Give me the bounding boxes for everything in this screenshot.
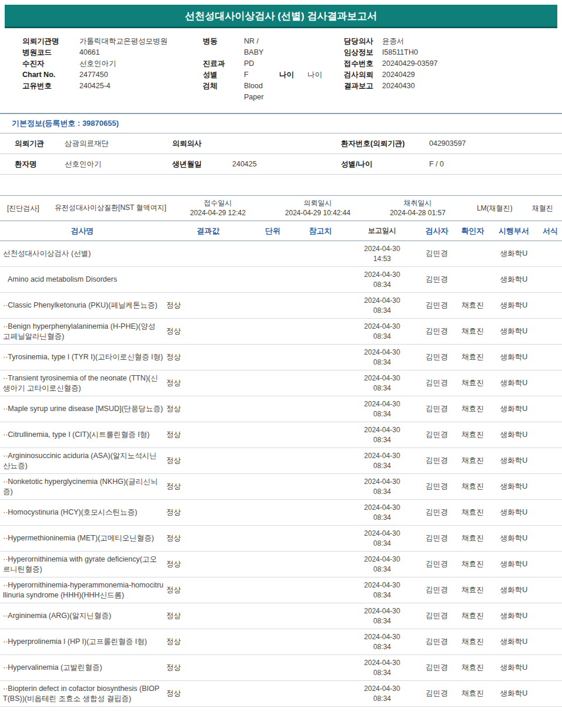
department: 생화학U	[489, 273, 538, 286]
info-value: F	[244, 69, 279, 81]
result-value: 정상	[165, 480, 252, 493]
reference-range	[294, 563, 347, 566]
reference-range	[294, 512, 347, 514]
form	[538, 356, 562, 359]
reported-time: 08:34	[348, 513, 416, 522]
reference-range	[294, 382, 347, 385]
field-label: 환자번호(의뢰기관)	[341, 139, 429, 149]
confirmer-name: 채효진	[456, 377, 489, 389]
reported-time: 08:34	[348, 280, 416, 289]
field-label: 생년월일	[172, 159, 232, 169]
reported-datetime: 2024-04-3008:34	[347, 631, 417, 652]
test-name: ··Nonketotic hyperglycinemia (NKHG)(글리신뇌…	[0, 474, 165, 499]
test-name: ··Benign hyperphenylalaninemia (H-PHE)(양…	[0, 319, 165, 344]
field-value: 240425	[232, 160, 341, 168]
department: 생화학U	[489, 662, 538, 674]
form	[538, 408, 562, 410]
info-row: 접수번호20240429-03597	[344, 58, 562, 69]
reported-datetime: 2024-04-3008:34	[347, 605, 417, 626]
results-table-body: 선천성대사이상검사 (선별)2024-04-3014:53김민경생화학UAmin…	[0, 241, 562, 707]
info-value: 2477450	[79, 69, 108, 81]
tester-name: 김민경	[417, 480, 456, 493]
result-row: ··Homocystinuria (HCY)(호모시스틴뇨증)정상2024-04…	[0, 500, 562, 526]
info-value: 가톨릭대학교은평성모병원	[79, 36, 168, 47]
test-name: ··Tyrosinemia, type I (TYR I)(고타이로신혈증 I형…	[0, 349, 165, 365]
reported-time: 08:34	[348, 358, 416, 367]
report-title: 선천성대사이상검사 (선별) 검사결과보고서	[185, 11, 377, 22]
unit	[252, 693, 294, 695]
reference-range	[294, 253, 347, 255]
info-value: I58511TH0	[382, 47, 418, 58]
confirmer-name: 채효진	[456, 558, 489, 570]
reported-time: 08:34	[348, 616, 416, 626]
unit	[252, 537, 294, 540]
column-header-reference-range: 참고치	[294, 226, 347, 236]
test-name: ··Hyperprolinemia I (HP I)(고프롤린혈증 I형)	[0, 634, 165, 649]
reported-date: 2024-04-30	[348, 684, 416, 693]
result-value: 정상	[165, 403, 252, 415]
confirmer-name: 채효진	[456, 480, 489, 493]
result-value: 정상	[165, 506, 252, 519]
info-value: 20240429	[382, 69, 415, 81]
reported-datetime: 2024-04-3008:34	[347, 372, 417, 393]
tester-name: 김민경	[417, 325, 456, 338]
tester-name: 김민경	[417, 687, 456, 700]
confirmer-name: 채효진	[456, 429, 489, 441]
info-row: Chart No.2477450	[22, 69, 203, 81]
tester-name: 김민경	[417, 506, 456, 519]
confirmer-name: 채효진	[456, 299, 489, 312]
reported-datetime: 2024-04-3008:34	[347, 346, 417, 368]
info-row: 병동NR / BABY	[203, 36, 344, 58]
result-value	[165, 253, 252, 255]
reference-range	[294, 408, 347, 410]
reference-range	[294, 330, 347, 333]
info-value: 20240430	[382, 81, 415, 92]
department: 생화학U	[489, 532, 538, 545]
spacer	[0, 175, 562, 195]
reported-time: 08:34	[348, 539, 416, 548]
info-label: 병원코드	[22, 47, 79, 58]
reference-range	[294, 305, 347, 307]
result-value: 정상	[165, 584, 252, 596]
tester-name: 김민경	[417, 662, 456, 674]
result-value	[165, 279, 252, 281]
info-row: 의뢰기관명가톨릭대학교은평성모병원	[22, 36, 203, 47]
department: 생화학U	[489, 687, 538, 700]
reported-time: 14:53	[348, 254, 416, 263]
reference-range	[294, 667, 347, 669]
unit	[252, 305, 294, 307]
result-row: ··Maple syrup urine disease [MSUD](단풍당뇨증…	[0, 396, 562, 422]
info-value: 20240429-03597	[382, 58, 438, 69]
test-name: ··Transient tyrosinemia of the neonate (…	[0, 370, 165, 396]
info-label: 임상정보	[344, 47, 382, 58]
field-label: 의뢰기관	[0, 139, 65, 149]
basic-info-row: 환자명선호인아기생년월일240425성별/나이F / 0	[0, 154, 562, 175]
reported-time: 08:34	[348, 487, 416, 496]
info-label: 성별	[203, 69, 244, 81]
test-group-name: 유전성대사이상질환[NST 혈액여지]	[52, 203, 169, 213]
confirmer-name	[456, 253, 489, 255]
collector-label: 채혈진	[523, 203, 562, 213]
receipt-datetime-block: 접수일시 2024-04-29 12:42	[169, 198, 266, 219]
lab-report-page: 선천성대사이상검사 (선별) 검사결과보고서 의뢰기관명가톨릭대학교은평성모병원…	[0, 0, 562, 728]
field-value: 선호인아기	[65, 159, 172, 169]
info-label: 의뢰기관명	[22, 36, 79, 47]
reported-datetime: 2024-04-3008:34	[347, 657, 417, 678]
department: 생화학U	[489, 584, 538, 596]
form	[538, 305, 562, 307]
info-row: 진료과PD	[203, 58, 344, 69]
confirmer-name: 채효진	[456, 506, 489, 519]
form	[538, 382, 562, 385]
column-header-form: 서식	[538, 226, 562, 236]
confirmer-name: 채효진	[456, 403, 489, 415]
result-row: ··Nonketotic hyperglycinemia (NKHG)(글리신뇌…	[0, 474, 562, 500]
department: 생화학U	[489, 506, 538, 519]
unit	[252, 615, 294, 617]
reported-datetime: 2024-04-3008:34	[347, 579, 417, 600]
reported-date: 2024-04-30	[348, 348, 416, 357]
form	[538, 615, 562, 617]
unit	[252, 330, 294, 333]
reported-datetime: 2024-04-3008:34	[347, 269, 417, 290]
reported-time: 08:34	[348, 565, 416, 574]
form	[538, 641, 562, 643]
